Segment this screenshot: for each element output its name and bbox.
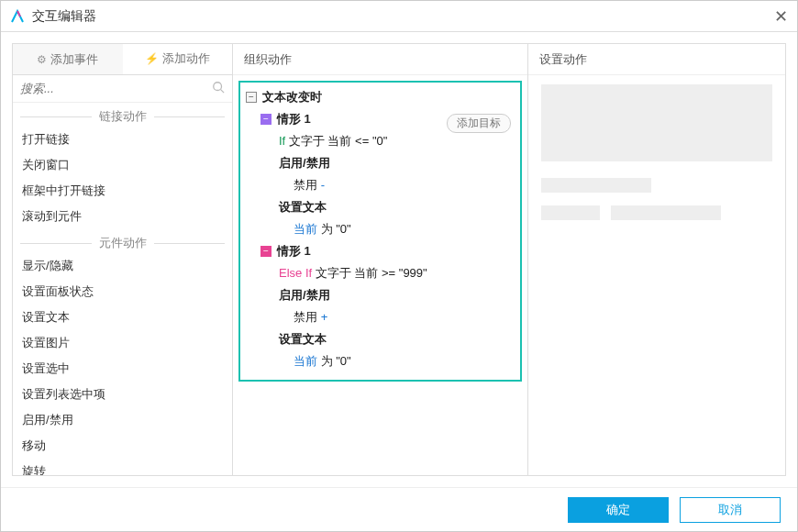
svg-line-1: [221, 90, 225, 94]
collapse-icon[interactable]: −: [260, 114, 272, 125]
case2-container: − 情形 1 Else If 文字于 当前 >= "999" 启用/禁用 禁用: [242, 240, 518, 372]
window-title: 交互编辑器: [32, 8, 774, 25]
action-enable-disable[interactable]: 启用/禁用: [13, 407, 232, 433]
case1-set-text-target[interactable]: 当前 为 "0": [242, 218, 518, 240]
dialog-window: 交互编辑器 ✕ ⚙ 添加事件 ⚡ 添加动作: [0, 0, 798, 532]
search-input[interactable]: [20, 82, 212, 95]
action-show-hide[interactable]: 显示/隐藏: [13, 253, 232, 279]
case2-action-enable-disable[interactable]: 启用/禁用: [242, 284, 518, 306]
placeholder-row: [541, 205, 772, 220]
action-set-selected[interactable]: 设置选中: [13, 356, 232, 382]
collapse-icon[interactable]: −: [246, 92, 257, 103]
condition-text: 文字于 当前 >= "999": [316, 264, 427, 283]
title-bar: 交互编辑器 ✕: [1, 1, 797, 32]
close-icon[interactable]: ✕: [774, 6, 788, 27]
organize-actions-header: 组织动作: [233, 44, 527, 75]
case1-container: − 情形 1 添加目标 If 文字于 当前 <= "0" 启用/禁用: [242, 108, 518, 240]
case-label: 情形 1: [277, 110, 311, 128]
action-open-in-frame[interactable]: 框架中打开链接: [13, 178, 232, 204]
case2-set-text-target[interactable]: 当前 为 "0": [242, 350, 518, 372]
left-tabs: ⚙ 添加事件 ⚡ 添加动作: [13, 44, 232, 75]
case2-action-set-text[interactable]: 设置文本: [242, 328, 518, 350]
flash-icon: ⚡: [145, 52, 159, 65]
ok-button[interactable]: 确定: [568, 497, 669, 523]
placeholder-line: [611, 205, 721, 220]
action-set-text[interactable]: 设置文本: [13, 305, 232, 330]
placeholder-row: [541, 178, 772, 193]
action-rotate[interactable]: 旋转: [13, 459, 232, 475]
app-logo-icon: [10, 9, 25, 24]
action-move[interactable]: 移动: [13, 433, 232, 459]
left-panel: ⚙ 添加事件 ⚡ 添加动作 链接动作: [13, 44, 233, 475]
cancel-button[interactable]: 取消: [680, 497, 781, 523]
case1-action-set-text[interactable]: 设置文本: [242, 196, 518, 218]
placeholder-block: [541, 84, 772, 161]
tree-area: − 文本改变时 − 情形 1 添加目标 If: [233, 75, 527, 475]
case1-action-enable-disable[interactable]: 启用/禁用: [242, 152, 518, 174]
event-node[interactable]: − 文本改变时: [242, 86, 518, 108]
collapse-icon[interactable]: −: [260, 246, 272, 257]
search-icon[interactable]: [212, 81, 225, 96]
tab-label: 添加动作: [162, 50, 210, 67]
case1-condition[interactable]: If 文字于 当前 <= "0": [242, 130, 518, 152]
target-plus: +: [321, 308, 328, 327]
placeholder-line: [541, 178, 651, 193]
case2-node[interactable]: − 情形 1: [242, 240, 518, 262]
case-label: 情形 1: [277, 242, 311, 260]
inner-frame: ⚙ 添加事件 ⚡ 添加动作 链接动作: [12, 43, 786, 476]
dialog-body: ⚙ 添加事件 ⚡ 添加动作 链接动作: [1, 32, 797, 487]
action-close-window[interactable]: 关闭窗口: [13, 152, 232, 178]
placeholder-line: [541, 205, 600, 220]
add-target-button[interactable]: 添加目标: [447, 114, 511, 133]
search-box: [13, 75, 232, 103]
dialog-footer: 确定 取消: [1, 487, 797, 531]
event-label: 文本改变时: [262, 88, 322, 106]
tab-label: 添加事件: [50, 51, 98, 68]
middle-panel: 组织动作 − 文本改变时 − 情形 1 添加目标: [233, 44, 528, 475]
action-scroll-to-widget[interactable]: 滚动到元件: [13, 204, 232, 229]
case1-disable-target[interactable]: 禁用 -: [242, 174, 518, 196]
case2-condition[interactable]: Else If 文字于 当前 >= "999": [242, 262, 518, 284]
group-header-widget: 元件动作: [13, 229, 232, 253]
action-set-list-selected[interactable]: 设置列表选中项: [13, 382, 232, 407]
target-minus: -: [321, 176, 325, 194]
bolt-icon: ⚙: [37, 53, 47, 66]
condition-text: 文字于 当前 <= "0": [289, 132, 387, 150]
tab-add-action[interactable]: ⚡ 添加动作: [123, 44, 233, 74]
action-set-image[interactable]: 设置图片: [13, 330, 232, 356]
group-header-link: 链接动作: [13, 103, 232, 127]
action-open-link[interactable]: 打开链接: [13, 127, 232, 152]
case2-disable-target[interactable]: 禁用 +: [242, 306, 518, 328]
action-set-panel-state[interactable]: 设置面板状态: [13, 279, 232, 305]
right-content: [528, 75, 785, 475]
right-panel: 设置动作: [528, 44, 785, 475]
elseif-keyword: Else If: [279, 264, 312, 283]
tab-add-event[interactable]: ⚙ 添加事件: [13, 44, 123, 74]
if-keyword: If: [279, 132, 285, 150]
configure-action-header: 设置动作: [528, 44, 785, 75]
svg-point-0: [214, 83, 222, 91]
action-list: 链接动作 打开链接 关闭窗口 框架中打开链接 滚动到元件 元件动作 显示/隐藏 …: [13, 103, 232, 475]
event-tree: − 文本改变时 − 情形 1 添加目标 If: [238, 81, 522, 382]
